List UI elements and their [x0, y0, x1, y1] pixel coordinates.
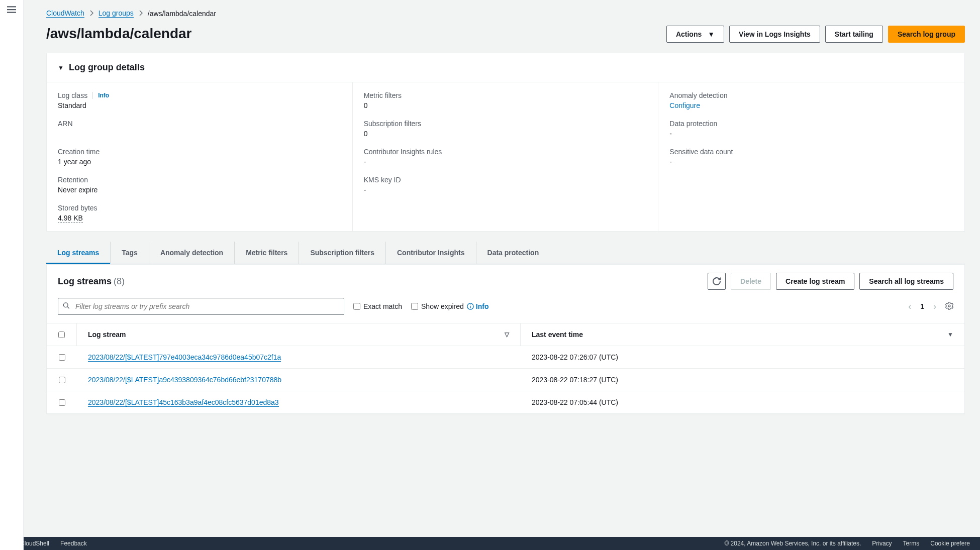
sensitive-value: - — [669, 158, 953, 166]
refresh-button[interactable] — [708, 273, 726, 290]
breadcrumb: CloudWatch Log groups /aws/lambda/calend… — [46, 6, 965, 18]
sort-down-icon: ▼ — [947, 331, 953, 338]
ci-rules-value: - — [364, 158, 647, 166]
details-header[interactable]: ▼ Log group details — [47, 53, 964, 82]
exact-match-label: Exact match — [363, 302, 402, 310]
exact-match-checkbox[interactable]: Exact match — [353, 302, 402, 310]
log-group-details-panel: ▼ Log group details Log class Info Stand… — [46, 53, 965, 232]
creation-value: 1 year ago — [58, 158, 341, 166]
kms-label: KMS key ID — [364, 176, 647, 184]
search-box — [58, 298, 344, 315]
hamburger-icon[interactable] — [0, 0, 23, 21]
row-checkbox[interactable] — [59, 377, 65, 383]
retention-label: Retention — [58, 176, 341, 184]
create-log-stream-button[interactable]: Create log stream — [776, 273, 854, 290]
log-stream-link[interactable]: 2023/08/22/[$LATEST]a9c4393809364c76bd66… — [88, 376, 281, 384]
arn-label: ARN — [58, 120, 341, 128]
creation-label: Creation time — [58, 148, 341, 156]
th-time-label: Last event time — [532, 331, 583, 339]
tab-data-protection[interactable]: Data protection — [476, 242, 550, 264]
search-input[interactable] — [58, 298, 344, 315]
log-class-label: Log class — [58, 91, 87, 99]
delete-button[interactable]: Delete — [731, 273, 771, 290]
table-row: 2023/08/22/[$LATEST]a9c4393809364c76bd66… — [47, 369, 964, 391]
log-stream-link[interactable]: 2023/08/22/[$LATEST]797e4003eca34c9786d0… — [88, 353, 281, 362]
show-expired-info[interactable]: Info — [467, 302, 489, 310]
log-stream-link[interactable]: 2023/08/22/[$LATEST]45c163b3a9af4ec08cfc… — [88, 398, 279, 407]
header-actions: Actions ▼ View in Logs Insights Start ta… — [666, 26, 965, 43]
anomaly-label: Anomaly detection — [669, 91, 953, 99]
table-header: Log stream ▽ Last event time ▼ — [47, 323, 964, 346]
last-event-time: 2023-08-22 07:26:07 (UTC) — [521, 346, 964, 368]
th-log-stream[interactable]: Log stream ▽ — [77, 323, 521, 346]
page-title: /aws/lambda/calendar — [46, 26, 191, 42]
search-icon — [63, 302, 70, 311]
sub-filters-label: Subscription filters — [364, 120, 647, 128]
sidebar-toggle[interactable] — [0, 0, 24, 445]
page-prev[interactable]: ‹ — [908, 301, 911, 312]
streams-title: Log streams — [58, 276, 112, 286]
show-expired-input[interactable] — [411, 303, 418, 310]
details-col-2: Metric filters 0 Subscription filters 0 … — [353, 82, 659, 231]
stored-value: 4.98 KB — [58, 214, 83, 223]
tab-tags[interactable]: Tags — [111, 242, 149, 264]
actions-dropdown[interactable]: Actions ▼ — [666, 26, 724, 43]
retention-value: Never expire — [58, 186, 341, 194]
breadcrumb-log-groups[interactable]: Log groups — [99, 9, 134, 18]
show-expired-checkbox[interactable]: Show expired Info — [411, 302, 488, 310]
th-last-event[interactable]: Last event time ▼ — [521, 323, 964, 346]
svg-point-0 — [63, 303, 68, 307]
breadcrumb-cloudwatch[interactable]: CloudWatch — [46, 9, 84, 18]
tabs: Log streams Tags Anomaly detection Metri… — [46, 242, 965, 264]
details-title: Log group details — [69, 62, 145, 73]
tab-contributor-insights[interactable]: Contributor Insights — [386, 242, 476, 264]
refresh-icon — [713, 277, 721, 285]
triangle-down-icon: ▼ — [58, 64, 64, 71]
page-next[interactable]: › — [933, 301, 936, 312]
show-expired-label: Show expired — [421, 302, 464, 310]
log-streams-panel: Log streams (8) Delete Create log stream… — [46, 264, 965, 414]
search-all-streams-button[interactable]: Search all log streams — [859, 273, 953, 290]
row-checkbox[interactable] — [59, 399, 65, 406]
settings-icon[interactable] — [945, 302, 953, 311]
last-event-time: 2023-08-22 07:05:44 (UTC) — [521, 391, 964, 413]
anomaly-configure-link[interactable]: Configure — [669, 101, 953, 109]
tab-anomaly-detection[interactable]: Anomaly detection — [149, 242, 235, 264]
tab-log-streams[interactable]: Log streams — [46, 242, 111, 264]
tab-metric-filters[interactable]: Metric filters — [235, 242, 299, 264]
search-log-group-button[interactable]: Search log group — [888, 26, 965, 43]
info-text: Info — [476, 302, 489, 310]
table-row: 2023/08/22/[$LATEST]45c163b3a9af4ec08cfc… — [47, 391, 964, 414]
streams-count: (8) — [114, 276, 125, 286]
sort-icon: ▽ — [505, 331, 509, 338]
sub-filters-value: 0 — [364, 130, 647, 138]
page-number: 1 — [920, 302, 924, 310]
row-checkbox[interactable] — [59, 354, 65, 361]
pagination: ‹ 1 › — [908, 301, 953, 312]
select-all-checkbox[interactable] — [58, 332, 65, 338]
dp-value: - — [669, 130, 953, 138]
start-tailing-button[interactable]: Start tailing — [825, 26, 883, 43]
metric-filters-value: 0 — [364, 101, 647, 109]
exact-match-input[interactable] — [353, 303, 360, 310]
actions-label: Actions — [676, 30, 702, 38]
metric-filters-label: Metric filters — [364, 91, 647, 99]
th-checkbox — [47, 323, 77, 346]
kms-value: - — [364, 186, 647, 194]
chevron-right-icon — [89, 10, 93, 18]
dp-label: Data protection — [669, 120, 953, 128]
view-logs-insights-button[interactable]: View in Logs Insights — [729, 26, 820, 43]
details-col-1: Log class Info Standard ARN Creation tim… — [47, 82, 353, 231]
sensitive-label: Sensitive data count — [669, 148, 953, 156]
tab-subscription-filters[interactable]: Subscription filters — [299, 242, 386, 264]
info-icon — [467, 303, 474, 310]
chevron-right-icon — [139, 10, 143, 18]
last-event-time: 2023-08-22 07:18:27 (UTC) — [521, 369, 964, 391]
log-class-info-link[interactable]: Info — [92, 92, 109, 99]
th-stream-label: Log stream — [88, 331, 126, 339]
log-class-value: Standard — [58, 101, 341, 109]
table-row: 2023/08/22/[$LATEST]797e4003eca34c9786d0… — [47, 346, 964, 369]
breadcrumb-current: /aws/lambda/calendar — [148, 10, 216, 18]
details-col-3: Anomaly detection Configure Data protect… — [658, 82, 964, 231]
caret-down-icon: ▼ — [708, 30, 715, 38]
